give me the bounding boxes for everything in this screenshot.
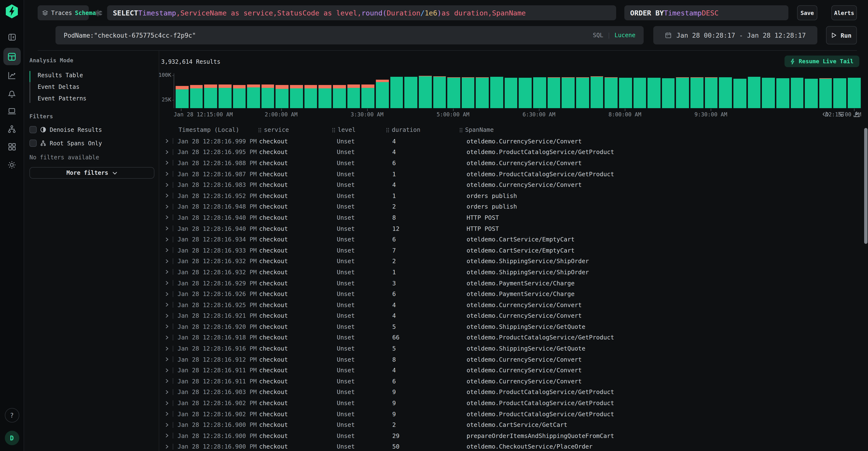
table-row[interactable]: Jan 28 12:28:16.926 PMcheckoutUnset6otel… <box>161 288 865 300</box>
histogram-bar[interactable] <box>447 77 460 108</box>
denoise-results-toggle[interactable]: Denoise Results <box>29 126 154 133</box>
row-expand-chevron-icon[interactable] <box>161 345 177 351</box>
drag-handle-icon[interactable] <box>459 127 463 133</box>
drag-handle-icon[interactable] <box>258 127 261 133</box>
source-settings-gear-icon[interactable] <box>94 9 102 17</box>
row-expand-chevron-icon[interactable] <box>161 411 177 417</box>
table-row[interactable]: Jan 28 12:28:16.932 PMcheckoutUnset2otel… <box>161 256 865 266</box>
histogram-bar[interactable] <box>834 78 846 108</box>
column-header-level[interactable]: level <box>332 126 386 133</box>
lucene-toggle[interactable]: Lucene <box>615 32 636 39</box>
histogram-bar[interactable] <box>219 85 231 108</box>
table-row[interactable]: Jan 28 12:28:16.900 PMcheckoutUnset2otel… <box>161 419 865 430</box>
table-row[interactable]: Jan 28 12:28:16.933 PMcheckoutUnset7otel… <box>161 245 865 256</box>
rail-item-sessions-laptop-icon[interactable] <box>4 104 20 118</box>
help-button[interactable]: ? <box>5 408 19 423</box>
histogram-bar[interactable] <box>547 77 560 108</box>
row-expand-chevron-icon[interactable] <box>161 335 177 340</box>
mode-item-event-deltas[interactable]: Event Deltas <box>34 81 154 93</box>
row-expand-chevron-icon[interactable] <box>161 433 177 439</box>
table-row[interactable]: Jan 28 12:28:16.912 PMcheckoutUnset8otel… <box>161 354 865 365</box>
histogram-bar[interactable] <box>405 77 417 108</box>
histogram-bar[interactable] <box>533 77 546 108</box>
table-row[interactable]: Jan 28 12:28:16.911 PMcheckoutUnset4otel… <box>161 365 865 376</box>
wrap-lines-icon[interactable] <box>838 111 845 117</box>
histogram-bar[interactable] <box>576 77 589 108</box>
histogram-bar[interactable] <box>805 79 817 108</box>
table-row[interactable]: Jan 28 12:28:16.911 PMcheckoutUnset6otel… <box>161 376 865 387</box>
collapse-panel-icon[interactable] <box>4 30 20 45</box>
histogram-bar[interactable] <box>719 77 732 108</box>
column-header-service[interactable]: service <box>258 126 332 133</box>
row-expand-chevron-icon[interactable] <box>161 204 177 209</box>
row-expand-chevron-icon[interactable] <box>161 422 177 428</box>
histogram-bar[interactable] <box>790 78 803 108</box>
root-spans-toggle[interactable]: Root Spans Only <box>29 140 154 147</box>
drag-handle-icon[interactable] <box>386 127 390 133</box>
row-expand-chevron-icon[interactable] <box>161 378 177 384</box>
table-row[interactable]: Jan 28 12:28:16.902 PMcheckoutUnset9otel… <box>161 408 865 419</box>
histogram-bar[interactable] <box>204 85 217 108</box>
histogram-bar[interactable] <box>476 77 489 108</box>
orderby-clause-input[interactable]: ORDER BY Timestamp DESC <box>624 5 788 20</box>
histogram-bar[interactable] <box>462 77 474 108</box>
table-row[interactable]: Jan 28 12:28:16.999 PMcheckoutUnset4otel… <box>161 136 865 146</box>
histogram-bar[interactable] <box>590 76 603 108</box>
row-expand-chevron-icon[interactable] <box>161 389 177 395</box>
row-expand-chevron-icon[interactable] <box>161 149 177 155</box>
drag-handle-icon[interactable] <box>332 127 335 133</box>
time-range-picker[interactable]: Jan 28 00:28:17 - Jan 28 12:28:17 <box>653 26 817 45</box>
row-expand-chevron-icon[interactable] <box>161 215 177 220</box>
histogram-bar[interactable] <box>276 85 288 108</box>
rail-item-settings-gear-icon[interactable] <box>4 158 20 172</box>
histogram-bar[interactable] <box>333 85 346 108</box>
row-expand-chevron-icon[interactable] <box>161 356 177 362</box>
table-row[interactable]: Jan 28 12:28:16.925 PMcheckoutUnset4otel… <box>161 300 865 310</box>
histogram-bar[interactable] <box>290 85 303 108</box>
histogram-bar[interactable] <box>848 78 861 108</box>
more-filters-button[interactable]: More filters <box>29 167 154 179</box>
histogram-bar[interactable] <box>433 77 446 108</box>
rail-item-service-map-icon[interactable] <box>4 122 20 136</box>
histogram-bar[interactable] <box>733 79 746 108</box>
table-row[interactable]: Jan 28 12:28:16.940 PMcheckoutUnset8HTTP… <box>161 212 865 223</box>
row-expand-chevron-icon[interactable] <box>161 258 177 264</box>
table-row[interactable]: Jan 28 12:28:16.988 PMcheckoutUnset6otel… <box>161 158 865 168</box>
histogram-bar[interactable] <box>504 78 517 108</box>
row-expand-chevron-icon[interactable] <box>161 302 177 308</box>
row-expand-chevron-icon[interactable] <box>161 324 177 330</box>
resume-live-tail-button[interactable]: Resume Live Tail <box>785 56 859 67</box>
row-expand-chevron-icon[interactable] <box>161 236 177 242</box>
save-button[interactable]: Save <box>797 5 817 20</box>
row-expand-chevron-icon[interactable] <box>161 171 177 177</box>
histogram-bar[interactable] <box>305 85 317 108</box>
table-row[interactable]: Jan 28 12:28:16.902 PMcheckoutUnset9otel… <box>161 398 865 408</box>
histogram-bar[interactable] <box>376 80 389 108</box>
table-row[interactable]: Jan 28 12:28:16.903 PMcheckoutUnset9otel… <box>161 387 865 397</box>
histogram-bar[interactable] <box>390 77 403 108</box>
table-scrollbar[interactable] <box>864 128 868 244</box>
histogram-bar[interactable] <box>233 85 246 108</box>
rail-item-search-table-icon[interactable] <box>3 48 21 65</box>
table-row[interactable]: Jan 28 12:28:16.983 PMcheckoutUnset4otel… <box>161 179 865 190</box>
row-expand-chevron-icon[interactable] <box>161 400 177 406</box>
run-button[interactable]: Run <box>826 26 857 45</box>
row-expand-chevron-icon[interactable] <box>161 269 177 275</box>
table-row[interactable]: Jan 28 12:28:16.934 PMcheckoutUnset6otel… <box>161 234 865 245</box>
histogram-bar[interactable] <box>490 77 503 108</box>
histogram-bar[interactable] <box>619 78 632 108</box>
histogram-bar[interactable] <box>604 77 617 108</box>
row-expand-chevron-icon[interactable] <box>161 444 177 450</box>
row-expand-chevron-icon[interactable] <box>161 193 177 199</box>
table-row[interactable]: Jan 28 12:28:16.995 PMcheckoutUnset4otel… <box>161 146 865 158</box>
table-row[interactable]: Jan 28 12:28:16.916 PMcheckoutUnset5otel… <box>161 343 865 354</box>
mode-item-results-table[interactable]: Results Table <box>34 69 154 81</box>
histogram-bar[interactable] <box>776 78 789 108</box>
table-row[interactable]: Jan 28 12:28:16.952 PMcheckoutUnset1orde… <box>161 190 865 201</box>
histogram-bar[interactable] <box>748 77 761 108</box>
histogram-bar[interactable] <box>762 78 775 108</box>
rail-item-dashboards-icon[interactable] <box>4 140 20 154</box>
table-row[interactable]: Jan 28 12:28:16.932 PMcheckoutUnset1otel… <box>161 266 865 277</box>
search-input[interactable]: PodName:"checkout-675775c4cc-f2p9c" SQL … <box>56 26 644 45</box>
table-row[interactable]: Jan 28 12:28:16.920 PMcheckoutUnset5otel… <box>161 321 865 332</box>
